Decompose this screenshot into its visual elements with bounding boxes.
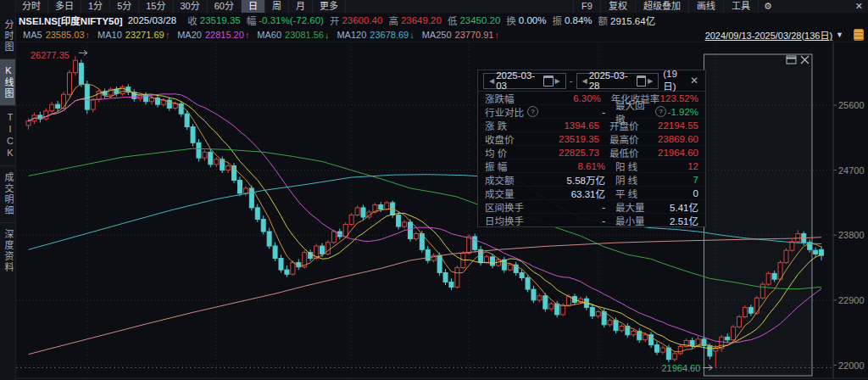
candle-body [708, 346, 712, 356]
stats-row: 日均换手-最小量2.51亿 [478, 213, 705, 226]
candle-body [790, 242, 794, 250]
stat-value: 12 [666, 161, 698, 171]
candle-body [349, 215, 353, 224]
axis-label: 24700 [838, 165, 865, 176]
symbol-name[interactable]: NSEI.NS[印度NIFTY50] [19, 14, 123, 27]
candle-body [73, 60, 77, 72]
sidebar-item-分时图[interactable]: 分时图 [0, 14, 15, 59]
help-icon[interactable]: ? [655, 106, 666, 117]
quote-field-value: 2915.64亿 [610, 14, 655, 27]
sidebar-item-K线图[interactable]: K线图 [0, 59, 15, 105]
candle-body [173, 103, 177, 108]
stats-row: 行业对比?-最大回撤?-1.92% [478, 104, 705, 118]
stats-row: 涨跌幅6.30%年化收益率123.52% [478, 92, 705, 104]
axis-label: 22000 [838, 360, 865, 371]
candle-body [191, 127, 195, 143]
stat-label: 最大量 [615, 200, 666, 214]
date-range-selector[interactable]: 2024/09/13-2025/03/28(136日) [705, 28, 832, 42]
tab-日[interactable]: 日 [242, 0, 265, 13]
candle-body [714, 349, 718, 351]
tool-超级叠加[interactable]: 超级叠加 [635, 0, 688, 13]
date-separator: - [570, 75, 573, 86]
quote-field-开: 开23600.40 [330, 14, 382, 27]
quote-field-label: 开 [330, 14, 340, 27]
candle-body [531, 289, 536, 300]
candle-body [408, 222, 412, 239]
quote-field-label: 幅 [247, 14, 257, 27]
candle-body [62, 94, 66, 108]
sidebar-item-成交明细[interactable]: 成交明细 [0, 165, 15, 222]
chevron-down-icon[interactable]: ▼ [836, 31, 843, 39]
quote-field-value: 0.00% [519, 15, 547, 25]
candle-body [666, 348, 670, 360]
tab-月[interactable]: 月 [289, 0, 313, 13]
tool-工具[interactable]: 工具 [723, 0, 758, 13]
next-end-date-icon[interactable]: ▶ [646, 77, 654, 85]
tab-周[interactable]: 周 [265, 0, 289, 13]
ma-label: MA120 [337, 30, 366, 40]
tool-画线[interactable]: 画线 [688, 0, 723, 13]
candle-body [255, 208, 259, 220]
candle-body [467, 237, 471, 254]
help-icon[interactable]: ? [527, 106, 538, 117]
tab-1分[interactable]: 1分 [81, 0, 110, 13]
candle-body [643, 335, 648, 340]
stats-panel-header: ◀ 2025-03-03 ▶ - ◀ 2025-03-28 ▶ (19日) ✕ [478, 70, 705, 92]
calendar-icon[interactable] [543, 75, 553, 87]
candle-body [285, 270, 289, 274]
ma-label: MA5 [23, 30, 42, 40]
candle-body [279, 258, 283, 270]
stat-label: 收盘价 [485, 132, 549, 146]
candle-body [403, 222, 407, 226]
tab-分时[interactable]: 分时 [15, 0, 48, 13]
announcement-icon[interactable] [854, 29, 864, 41]
candle-body [291, 263, 295, 275]
tool-复权[interactable]: 复权 [600, 0, 635, 13]
candle-body [309, 253, 313, 259]
candlestick-chart[interactable]: 256002470023800229002200026277.3521964.6… [0, 0, 868, 380]
candle-body [361, 208, 365, 217]
tab-15分[interactable]: 15分 [139, 0, 173, 13]
quote-bar: NSEI.NS[印度NIFTY50] 2025/03/28 收23519.35幅… [15, 13, 868, 27]
tab-更多[interactable]: 更多 [313, 0, 346, 13]
quote-field-label: 低 [448, 14, 458, 27]
tab-多日[interactable]: 多日 [48, 0, 81, 13]
end-date-value: 2025-03-28 [589, 70, 634, 91]
tab-60分[interactable]: 60分 [208, 0, 242, 13]
candle-body [620, 327, 624, 331]
sidebar-item-深度资料[interactable]: 深度资料 [0, 222, 15, 279]
start-date-picker[interactable]: ◀ 2025-03-03 ▶ [483, 73, 566, 89]
next-start-date-icon[interactable]: ▶ [554, 77, 562, 85]
tab-30分[interactable]: 30分 [174, 0, 208, 13]
candle-body [320, 246, 325, 254]
prev-start-date-icon[interactable]: ◀ [487, 77, 496, 85]
quote-field-value: 23450.20 [459, 15, 500, 25]
candle-body [732, 327, 736, 339]
close-icon[interactable]: ✕ [850, 0, 868, 13]
candle-body [561, 305, 565, 315]
candle-body [678, 346, 682, 354]
candle-body [379, 204, 383, 209]
ma-item-MA60: MA6023081.56↓ [257, 30, 329, 40]
candle-body [243, 188, 248, 193]
sidebar-item-TICK[interactable]: TICK [0, 105, 15, 165]
tab-5分[interactable]: 5分 [110, 0, 139, 13]
candle-body [743, 307, 747, 316]
quote-field-label: 换 [506, 14, 516, 27]
candle-body [44, 111, 48, 119]
candle-body [385, 203, 389, 210]
calendar-icon[interactable] [637, 75, 646, 87]
candle-body [267, 232, 271, 246]
candle-body [737, 316, 742, 327]
gear-icon[interactable]: ⚙ [758, 0, 777, 13]
prev-end-date-icon[interactable]: ◀ [581, 77, 589, 85]
candle-body [214, 159, 219, 165]
panel-close-icon[interactable]: ✕ [688, 75, 700, 87]
tool-F9[interactable]: F9 [573, 0, 600, 13]
stat-value: - [553, 107, 605, 117]
stat-value: 1394.65 [549, 120, 599, 131]
candle-body [760, 284, 765, 298]
arrow-up-icon: ↑ [245, 30, 250, 40]
ma-item-MA120: MA12023678.69↓ [337, 30, 414, 40]
end-date-picker[interactable]: ◀ 2025-03-28 ▶ [576, 73, 659, 89]
